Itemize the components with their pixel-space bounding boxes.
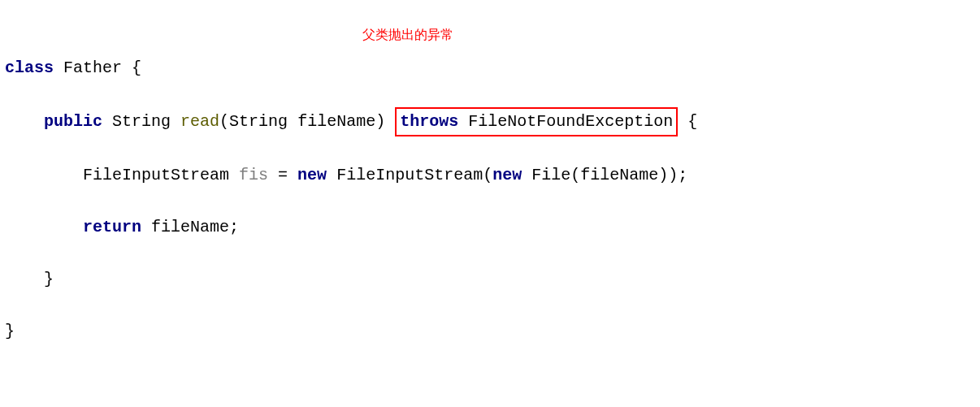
type-fis: FileInputStream [336,166,483,184]
paren: ) [668,166,678,184]
var-fis: fis [239,166,268,184]
code-line: } [5,266,975,292]
kw-public: public [44,112,102,131]
type-string: String [112,112,171,131]
type-string: String [229,112,288,131]
ret-fileName: fileName [151,218,229,236]
method-read: read [180,112,219,131]
kw-throws: throws [400,112,458,131]
code-block: 父类抛出的异常 class Father { public String rea… [0,0,980,407]
type-fnfe: FileNotFoundException [468,112,673,131]
semi: ; [678,166,687,184]
paren: ( [570,166,580,184]
code-line: FileInputStream fis = new FileInputStrea… [5,162,975,188]
code-line: class Father { [5,55,975,81]
kw-new: new [297,166,327,184]
kw-new: new [492,166,522,184]
param-fileName: fileName [297,112,375,131]
brace: { [132,58,141,77]
semi: ; [229,218,239,236]
blank-line [5,370,975,396]
code-line: } [5,318,975,344]
paren: ) [375,112,385,131]
brace: } [44,270,54,288]
kw-class: class [5,58,54,77]
code-line: public String read(String fileName) thro… [5,107,975,136]
cls-father: Father [63,58,122,77]
code-line: return fileName; [5,214,975,240]
paren: ( [483,166,492,184]
throws-box-father: throws FileNotFoundException [395,107,678,136]
paren: ) [658,166,668,184]
type-fis: FileInputStream [83,166,229,184]
callout-father-line: 父类抛出的异常 [5,26,975,52]
arg-fileName: fileName [580,166,658,184]
callout-father: 父类抛出的异常 [362,24,453,45]
paren: ( [219,112,229,131]
eq: = [268,166,297,184]
type-file: File [531,166,570,184]
brace: { [687,112,697,131]
kw-return: return [83,218,141,236]
brace: } [5,322,15,340]
